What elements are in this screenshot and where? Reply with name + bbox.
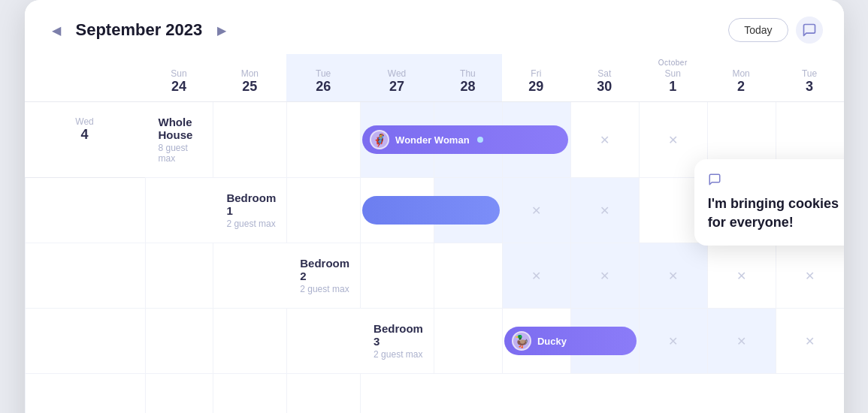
calendar-container: ◀ September 2023 ▶ Today Sun 24 bbox=[25, 0, 844, 413]
x-mark: ✕ bbox=[600, 132, 609, 146]
cell-wh-mon25 bbox=[286, 102, 360, 178]
header-left: ◀ September 2023 ▶ bbox=[46, 20, 233, 41]
x-mark: ✕ bbox=[668, 132, 678, 146]
x-mark: ✕ bbox=[736, 333, 746, 348]
chat-icon[interactable] bbox=[796, 17, 823, 44]
x-mark: ✕ bbox=[805, 333, 815, 348]
cell-b2-sun1 bbox=[25, 309, 145, 374]
cell-b2-sun24 bbox=[360, 243, 434, 309]
wonder-woman-label: Wonder Woman bbox=[395, 134, 469, 146]
cell-b2-mon2 bbox=[145, 309, 213, 374]
cell-b2-thu28: ✕ bbox=[639, 243, 707, 309]
prev-button[interactable]: ◀ bbox=[46, 20, 67, 41]
day-header-sun1: October Sun 1 bbox=[639, 54, 707, 102]
tooltip-message: I'm bringing cookies for everyone! bbox=[708, 194, 844, 232]
day-header-sat30: Sat 30 bbox=[570, 54, 639, 102]
day-header-wed4: Wed 4 bbox=[25, 102, 145, 178]
x-mark: ✕ bbox=[600, 203, 609, 217]
tooltip-box: ✕ I'm bringing cookies for everyone! bbox=[694, 159, 844, 246]
cell-b3-wed4 bbox=[360, 374, 434, 413]
cell-wh-sun24 bbox=[213, 102, 286, 178]
grid-wrapper: Sun 24 Mon 25 Tue 26 Wed 27 Thu bbox=[25, 54, 844, 413]
cell-b1-wed27: ✕ bbox=[502, 178, 570, 243]
room-bedroom3: Bedroom 3 2 guest max bbox=[360, 309, 434, 374]
cell-b3-tue3 bbox=[286, 374, 360, 413]
cookie-tooltip: ✕ I'm bringing cookies for everyone! bbox=[694, 159, 844, 246]
cell-wh-wed4 bbox=[145, 178, 213, 243]
ducky-avatar: 🦆 bbox=[512, 331, 531, 351]
calendar-header: ◀ September 2023 ▶ Today bbox=[25, 0, 844, 54]
x-mark: ✕ bbox=[805, 268, 815, 282]
x-mark: ✕ bbox=[668, 333, 678, 348]
message-indicator bbox=[477, 137, 483, 143]
x-mark: ✕ bbox=[531, 203, 541, 217]
x-mark: ✕ bbox=[668, 268, 678, 282]
cell-b1-wed4 bbox=[213, 243, 286, 309]
today-button[interactable]: Today bbox=[728, 18, 788, 42]
wonder-woman-avatar: 🦸 bbox=[370, 130, 389, 149]
cell-b2-wed27: ✕ bbox=[570, 243, 639, 309]
cell-b2-mon25 bbox=[434, 243, 502, 309]
tooltip-chat-icon bbox=[708, 173, 844, 190]
room-bedroom1: Bedroom 1 2 guest max bbox=[213, 178, 286, 243]
cell-b3-fri29: ✕ bbox=[776, 309, 844, 374]
cell-b3-sat30 bbox=[25, 374, 145, 413]
day-header-tue3: Tue 3 bbox=[776, 54, 844, 102]
cell-b3-sun1 bbox=[145, 374, 213, 413]
cell-b2-fri29: ✕ bbox=[707, 243, 776, 309]
cell-wh-fri29: ✕ bbox=[570, 102, 639, 178]
cell-b1-tue3 bbox=[145, 243, 213, 309]
header-right: Today bbox=[728, 17, 822, 44]
cell-b3-sun24 bbox=[434, 309, 502, 374]
day-header-fri29: Fri 29 bbox=[502, 54, 570, 102]
cell-b2-tue3 bbox=[213, 309, 286, 374]
cell-b2-wed4 bbox=[286, 309, 360, 374]
day-header-mon2: Mon 2 bbox=[707, 54, 776, 102]
cell-b2-sat30: ✕ bbox=[776, 243, 844, 309]
cell-b2-tue26: ✕ bbox=[502, 243, 570, 309]
cell-b3-thu28: ✕ bbox=[707, 309, 776, 374]
wonder-woman-booking[interactable]: 🦸 Wonder Woman bbox=[362, 125, 568, 154]
day-header-tue26: Tue 26 bbox=[286, 54, 360, 102]
x-mark: ✕ bbox=[600, 268, 609, 282]
day-header-wed27: Wed 27 bbox=[360, 54, 434, 102]
ducky-label: Ducky bbox=[537, 336, 567, 347]
next-button[interactable]: ▶ bbox=[211, 20, 232, 41]
cell-wh-tue3 bbox=[25, 178, 145, 243]
day-header-mon25: Mon 25 bbox=[213, 54, 286, 102]
bedroom1-booking[interactable] bbox=[362, 196, 500, 225]
ducky-booking[interactable]: 🦆 Ducky bbox=[504, 327, 637, 355]
room-col-header bbox=[25, 54, 145, 102]
month-title: September 2023 bbox=[76, 20, 203, 40]
cell-b1-mon2 bbox=[25, 243, 145, 309]
x-mark: ✕ bbox=[736, 268, 746, 282]
room-whole-house: Whole House 8 guest max bbox=[145, 102, 213, 178]
cell-b3-mon2 bbox=[213, 374, 286, 413]
cell-b1-sun24 bbox=[286, 178, 360, 243]
x-mark: ✕ bbox=[531, 268, 541, 282]
cell-b1-thu28: ✕ bbox=[570, 178, 639, 243]
day-header-sun24: Sun 24 bbox=[145, 54, 213, 102]
room-bedroom2: Bedroom 2 2 guest max bbox=[286, 243, 360, 309]
day-header-thu28: Thu 28 bbox=[434, 54, 502, 102]
cell-b3-wed27: ✕ bbox=[639, 309, 707, 374]
